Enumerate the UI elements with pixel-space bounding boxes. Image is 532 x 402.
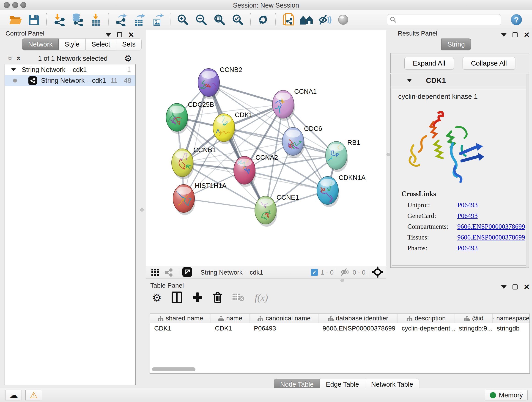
network-node-CDC6[interactable]: CDC6 <box>282 125 322 158</box>
network-canvas[interactable]: CCNB2CCNA1CDC25BCDK1CDC6RB1CCNB1CCNA2CDK… <box>146 30 386 266</box>
crosslink-value-link[interactable]: P06493 <box>457 212 478 220</box>
export-image-button[interactable] <box>150 13 165 27</box>
network-options-gear-icon[interactable]: ⚙ <box>124 53 132 64</box>
table-row[interactable]: CDK1CDK1P064939606.ENSP00000378699cyclin… <box>150 323 530 333</box>
toolbar-separator <box>275 13 276 26</box>
column-header-description[interactable]: description <box>398 314 455 323</box>
panel-close-icon[interactable]: ✕ <box>524 283 530 291</box>
import-network-button[interactable] <box>51 13 67 27</box>
network-node-CDC25B[interactable]: CDC25B <box>166 101 214 134</box>
gene-card-header[interactable]: CDK1 <box>391 74 529 87</box>
network-node-CCNA2[interactable]: CCNA2 <box>234 154 278 187</box>
appearance-sphere-button[interactable] <box>336 13 351 27</box>
zoom-fit-icon <box>213 13 226 26</box>
table-cell[interactable]: P06493 <box>250 325 318 332</box>
share-network-icon[interactable] <box>163 267 174 278</box>
panel-close-icon[interactable]: ✕ <box>524 31 530 38</box>
column-header-database-identifier[interactable]: database identifier <box>318 314 398 323</box>
crosslink-value-link[interactable]: P06493 <box>457 201 478 209</box>
home-layout-button[interactable] <box>299 13 314 27</box>
import-network-from-database-button[interactable] <box>70 13 85 27</box>
add-column-icon[interactable] <box>192 292 203 303</box>
help-icon: ? <box>510 14 522 26</box>
table-cell[interactable]: stringdb <box>493 325 530 332</box>
export-table-button[interactable] <box>132 13 147 27</box>
save-floppy-icon <box>28 14 40 26</box>
tab-network[interactable]: Network <box>22 38 59 50</box>
zoom-fit-button[interactable] <box>212 13 227 27</box>
column-header-shared-name[interactable]: shared name <box>150 314 211 323</box>
network-node-CCNE1[interactable]: CCNE1 <box>255 194 299 227</box>
gene-expander-icon[interactable] <box>407 79 412 82</box>
panel-float-icon[interactable] <box>513 284 518 289</box>
search-box[interactable] <box>387 14 501 25</box>
column-header--id[interactable]: @id <box>455 314 493 323</box>
collection-expander-icon[interactable] <box>11 68 16 71</box>
crosslink-value-link[interactable]: 9606.ENSP00000378699 <box>457 223 525 230</box>
string-network-graph[interactable]: CCNB2CCNA1CDC25BCDK1CDC6RB1CCNB1CCNA2CDK… <box>146 30 386 266</box>
selected-nodes-checkbox[interactable]: ✓ <box>311 269 318 276</box>
first-neighbors-button[interactable] <box>281 13 296 27</box>
network-bar-separator <box>179 268 179 277</box>
column-header-canonical-name[interactable]: canonical name <box>250 314 318 323</box>
column-header-name[interactable]: name <box>211 314 250 323</box>
panel-float-icon[interactable] <box>513 32 518 37</box>
expand-all-networks-icon[interactable]: » <box>7 56 15 61</box>
network-node-CDKN1A[interactable]: CDKN1A <box>317 174 366 207</box>
results-scrollbar[interactable] <box>526 74 529 268</box>
table-horizontal-scrollbar[interactable] <box>152 367 196 371</box>
table-cell[interactable]: cyclin-dependent ... <box>398 325 455 332</box>
hide-unhide-button[interactable] <box>317 13 332 27</box>
pan-crosshair-icon[interactable] <box>372 267 383 279</box>
tab-sets[interactable]: Sets <box>116 38 142 50</box>
collapse-all-button[interactable]: Collapse All <box>462 57 515 70</box>
network-row-selected[interactable]: String Network – cdk1 11 48 <box>5 75 135 86</box>
table-cell[interactable]: CDK1 <box>211 325 250 332</box>
collapse-all-networks-icon[interactable]: « <box>15 56 23 61</box>
panel-close-icon[interactable]: ✕ <box>128 31 134 38</box>
crosslink-value-link[interactable]: 9606.ENSP00000378699 <box>457 234 525 241</box>
zoom-out-button[interactable] <box>194 13 209 27</box>
hidden-eye-icon[interactable] <box>340 268 350 277</box>
network-node-RB1[interactable]: RB1 <box>325 139 360 172</box>
crosslink-value-link[interactable]: P06493 <box>457 244 478 252</box>
show-columns-icon[interactable] <box>172 292 182 304</box>
network-collection-row[interactable]: String Network – cdk1 1 <box>5 64 135 75</box>
delete-column-trash-icon[interactable] <box>213 292 222 304</box>
tab-string[interactable]: String <box>441 38 471 50</box>
birdseye-grid-icon[interactable] <box>150 267 161 278</box>
cloud-status-button[interactable]: ☁ <box>5 390 22 400</box>
open-in-new-window-icon[interactable] <box>182 267 192 278</box>
panel-collapse-icon[interactable] <box>501 33 507 37</box>
table-options-gear-icon[interactable]: ⚙ <box>152 292 162 304</box>
import-table-button[interactable] <box>88 13 103 27</box>
memory-label: Memory <box>499 391 523 399</box>
table-cell[interactable]: CDK1 <box>150 325 211 332</box>
export-network-button[interactable] <box>114 13 128 27</box>
search-input[interactable] <box>399 16 498 23</box>
expand-all-button[interactable]: Expand All <box>404 57 454 70</box>
zoom-selected-button[interactable] <box>230 13 245 27</box>
delete-table-icon[interactable] <box>233 293 244 303</box>
help-button[interactable]: ? <box>509 13 524 27</box>
zoom-in-button[interactable] <box>175 13 190 27</box>
refresh-view-button[interactable] <box>255 13 271 27</box>
open-session-button[interactable] <box>8 13 23 27</box>
table-cell[interactable]: stringdb:9... <box>455 325 493 332</box>
tab-select[interactable]: Select <box>86 38 116 50</box>
column-header-namespace[interactable]: namespace <box>493 314 530 323</box>
gene-card-body: cyclin-dependent kinase 1 <box>392 89 526 266</box>
left-splitter-handle[interactable] <box>140 208 144 211</box>
network-node-HIST1H1A[interactable]: HIST1H1A <box>169 182 227 215</box>
function-builder-button[interactable]: f(x) <box>254 292 268 303</box>
tab-style[interactable]: Style <box>59 38 85 50</box>
save-session-button[interactable] <box>26 13 41 27</box>
panel-collapse-icon[interactable] <box>106 33 111 37</box>
memory-button[interactable]: Memory <box>485 390 528 400</box>
panel-collapse-icon[interactable] <box>501 285 507 289</box>
table-cell[interactable]: 9606.ENSP00000378699 <box>318 325 398 332</box>
network-node-CCNB2[interactable]: CCNB2 <box>198 66 242 99</box>
panel-float-icon[interactable] <box>117 32 122 37</box>
warnings-button[interactable]: ⚠ <box>25 390 42 400</box>
network-view-toolbar: String Network – cdk1 ✓ 1 - 0 0 - 0 <box>146 266 386 279</box>
